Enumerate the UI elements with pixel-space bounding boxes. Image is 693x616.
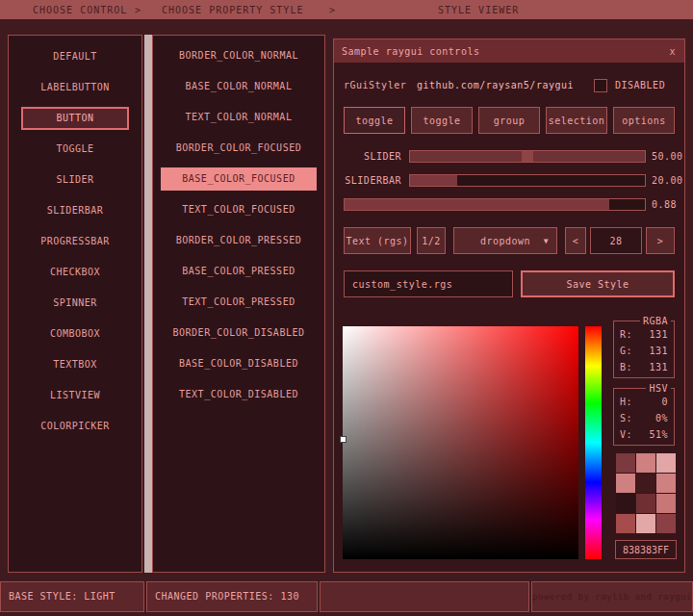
dropdown-combobox[interactable]: dropdown ▼ — [453, 227, 557, 254]
prop-item-text-color-normal[interactable]: TEXT_COLOR_NORMAL — [161, 106, 317, 129]
list-item-progressbar[interactable]: PROGRESSBAR — [21, 230, 129, 253]
filename-input[interactable]: custom_style.rgs — [344, 270, 513, 297]
sample-window-titlebar: Sample raygui controls x — [334, 39, 684, 63]
prop-item-text-color-disabled[interactable]: TEXT_COLOR_DISABLED — [161, 383, 317, 406]
color-swatch[interactable] — [656, 514, 676, 533]
spinner-decrement-button[interactable]: < — [565, 227, 586, 254]
dropdown-label: dropdown — [480, 236, 530, 246]
toggle-button-4[interactable]: selection — [546, 107, 607, 134]
repo-link[interactable]: github.com/raysan5/raygui — [417, 78, 574, 93]
properties-scrollbar[interactable] — [144, 35, 152, 573]
list-item-checkbox[interactable]: CHECKBOX — [21, 261, 129, 284]
prop-item-text-color-pressed[interactable]: TEXT_COLOR_PRESSED — [161, 291, 317, 314]
color-swatch[interactable] — [616, 453, 635, 473]
rgba-b-label: B: — [620, 359, 632, 375]
rgba-r-label: R: — [620, 326, 632, 343]
list-item-listview[interactable]: LISTVIEW — [21, 384, 129, 407]
hsv-v-label: V: — [620, 426, 632, 443]
breadcrumb-style-viewer: STYLE VIEWER — [438, 5, 519, 15]
disabled-label: DISABLED — [615, 78, 665, 93]
slider-label: SLIDER — [340, 150, 401, 163]
prop-item-border-color-focused[interactable]: BORDER_COLOR_FOCUSED — [161, 137, 317, 160]
spinner-increment-button[interactable]: > — [646, 227, 675, 254]
prop-item-border-color-disabled[interactable]: BORDER_COLOR_DISABLED — [161, 321, 317, 345]
close-icon[interactable]: x — [669, 46, 684, 57]
progressbar-value: 0.88 — [652, 198, 677, 211]
breadcrumb: CHOOSE CONTROL > CHOOSE PROPERTY STYLE >… — [0, 0, 693, 19]
breadcrumb-separator-icon: > — [135, 5, 141, 15]
disabled-checkbox[interactable] — [594, 79, 607, 92]
rgba-row-g: G: 131 — [614, 343, 674, 359]
list-item-textbox[interactable]: TEXTBOX — [21, 353, 129, 376]
list-item-spinner[interactable]: SPINNER — [21, 292, 129, 315]
color-swatch[interactable] — [656, 453, 676, 473]
hex-color-input[interactable]: 838383FF — [615, 540, 677, 559]
breadcrumb-choose-property-style: CHOOSE PROPERTY STYLE — [162, 5, 303, 15]
rgba-row-r: R: 131 — [614, 326, 674, 343]
hsv-group-title: HSV — [646, 383, 671, 394]
sliderbar-fill — [410, 175, 457, 186]
sliderbar[interactable] — [409, 174, 646, 187]
hsv-row-h: H: 0 — [614, 394, 674, 410]
rgba-g-label: G: — [620, 343, 632, 359]
rgba-row-b: B: 131 — [614, 359, 674, 375]
chevron-down-icon: ▼ — [544, 237, 549, 245]
slider-handle[interactable] — [522, 151, 533, 162]
prop-item-text-color-focused[interactable]: TEXT_COLOR_FOCUSED — [161, 198, 317, 221]
sliderbar-value: 20.00 — [652, 174, 683, 187]
list-item-colorpicker[interactable]: COLORPICKER — [21, 415, 129, 438]
hsv-v-value: 51% — [649, 426, 668, 443]
rgba-group-title: RGBA — [640, 316, 671, 326]
color-swatch[interactable] — [636, 514, 655, 533]
color-swatch[interactable] — [636, 494, 655, 513]
list-item-button[interactable]: BUTTON — [21, 107, 129, 130]
text-rgs-button[interactable]: Text (rgs) — [344, 227, 411, 254]
prop-item-base-color-focused[interactable]: BASE_COLOR_FOCUSED — [161, 167, 317, 191]
color-picker-hue-bar[interactable] — [585, 326, 602, 559]
hsv-row-s: S: 0% — [614, 410, 674, 426]
toggle-button-3[interactable]: group — [478, 107, 540, 134]
list-item-combobox[interactable]: COMBOBOX — [21, 322, 129, 346]
color-swatch-grid — [616, 453, 676, 533]
color-swatch[interactable] — [636, 453, 655, 473]
status-powered-by: powered by raylib and raygui — [531, 581, 693, 612]
list-item-default[interactable]: DEFAULT — [21, 45, 129, 68]
color-swatch[interactable] — [616, 514, 635, 533]
prop-item-border-color-normal[interactable]: BORDER_COLOR_NORMAL — [161, 44, 317, 67]
list-item-toggle[interactable]: TOGGLE — [21, 138, 129, 161]
hsv-group: HSV H: 0 S: 0% V: 51% — [613, 388, 675, 446]
prop-item-border-color-pressed[interactable]: BORDER_COLOR_PRESSED — [161, 229, 317, 252]
rgba-g-value: 131 — [649, 343, 668, 359]
color-swatch[interactable] — [616, 494, 635, 513]
status-spacer — [320, 581, 529, 612]
prop-item-base-color-pressed[interactable]: BASE_COLOR_PRESSED — [161, 260, 317, 283]
list-item-sliderbar[interactable]: SLIDERBAR — [21, 199, 129, 222]
half-button[interactable]: 1/2 — [417, 227, 446, 254]
color-swatch[interactable] — [656, 494, 676, 513]
hsv-h-value: 0 — [661, 394, 668, 410]
status-bar: BASE STYLE: LIGHT CHANGED PROPERTIES: 13… — [0, 581, 693, 612]
breadcrumb-separator-icon: > — [329, 5, 336, 15]
list-item-labelbutton[interactable]: LABELBUTTON — [21, 76, 129, 99]
toggle-button-1[interactable]: toggle — [344, 107, 405, 134]
status-changed-properties: CHANGED PROPERTIES: 130 — [146, 581, 318, 612]
sample-window: Sample raygui controls x rGuiStyler gith… — [333, 38, 685, 573]
progressbar — [344, 198, 646, 211]
toggle-button-5[interactable]: options — [613, 107, 675, 134]
spinner-value-box[interactable]: 28 — [590, 227, 642, 254]
hsv-h-label: H: — [620, 394, 632, 410]
slider[interactable] — [409, 150, 646, 163]
save-style-button[interactable]: Save Style — [521, 270, 675, 297]
sample-window-title: Sample raygui controls — [334, 46, 479, 57]
color-picker-sv-square[interactable] — [343, 326, 578, 559]
prop-item-base-color-normal[interactable]: BASE_COLOR_NORMAL — [161, 75, 317, 98]
color-swatch[interactable] — [656, 474, 676, 493]
properties-list-panel: BORDER_COLOR_NORMAL BASE_COLOR_NORMAL TE… — [152, 35, 325, 573]
color-picker-marker[interactable] — [340, 436, 346, 443]
color-swatch[interactable] — [636, 474, 655, 493]
prop-item-base-color-disabled[interactable]: BASE_COLOR_DISABLED — [161, 352, 317, 375]
list-item-slider[interactable]: SLIDER — [21, 168, 129, 192]
toggle-group: toggle toggle group selection options — [344, 107, 675, 134]
color-swatch[interactable] — [616, 474, 635, 493]
toggle-button-2[interactable]: toggle — [411, 107, 473, 134]
